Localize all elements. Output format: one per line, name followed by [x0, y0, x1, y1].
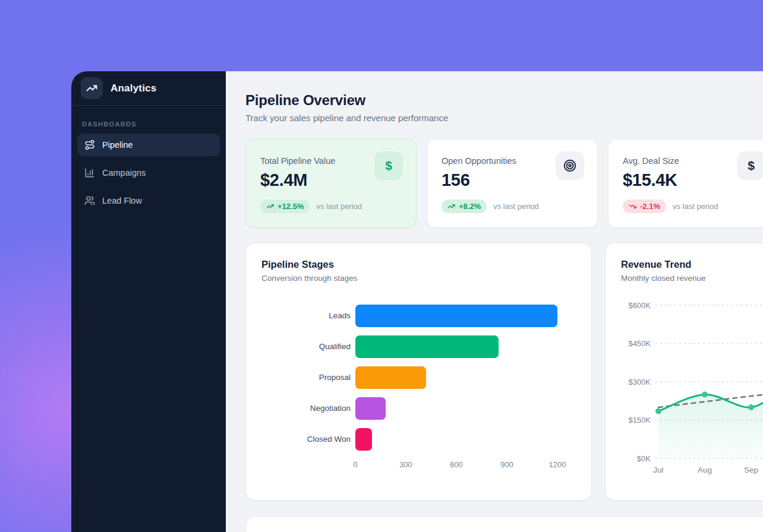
chart-subtitle: Conversion through stages: [261, 274, 576, 283]
bar: [355, 397, 386, 420]
app-logo: [81, 77, 103, 99]
chart-subtitle: Monthly closed revenue: [621, 274, 763, 283]
data-point: [702, 392, 708, 398]
kpi-card-total-pipeline-value: $ Total Pipeline Value $2.4M +12.5% vs l…: [245, 139, 417, 228]
x-axis-tick: Aug: [698, 466, 712, 474]
page-title: Pipeline Overview: [245, 92, 763, 109]
delta-value: -2.1%: [640, 202, 660, 211]
bar-row-closed-won: Closed Won: [261, 428, 576, 451]
bar-chart-x-axis: 03006009001200: [355, 460, 576, 471]
bar-chart: LeadsQualifiedProposalNegotiationClosed …: [261, 305, 576, 471]
sidebar: Analytics DASHBOARDS PipelineCampaignsLe…: [71, 71, 226, 532]
sidebar-item-label: Pipeline: [102, 140, 133, 150]
x-axis-tick: 600: [450, 460, 463, 469]
users-icon: [84, 195, 95, 206]
trending-up-icon: [266, 202, 274, 210]
kpi-card-open-opportunities: Open Opportunities 156 +8.2% vs last per…: [427, 139, 598, 228]
trending-up-icon: [86, 83, 97, 94]
x-axis-tick: 0: [353, 460, 357, 469]
trending-up-icon: [447, 202, 455, 210]
delta-badge: -2.1%: [623, 200, 666, 213]
kpi-suffix: vs last period: [316, 202, 362, 211]
x-axis-tick: Jul: [653, 466, 663, 474]
bar-row-proposal: Proposal: [261, 366, 576, 389]
data-point: [748, 404, 754, 410]
chart-title: Revenue Trend: [621, 259, 763, 270]
bar-row-qualified: Qualified: [261, 335, 576, 358]
sidebar-item-campaigns[interactable]: Campaigns: [77, 162, 220, 184]
pipeline-stages-card: Pipeline Stages Conversion through stage…: [245, 243, 592, 501]
dollar-icon: $: [737, 151, 763, 180]
route-icon: [84, 140, 95, 150]
y-axis-tick: $150K: [628, 416, 651, 425]
revenue-line-chart-svg: $600K$450K$300K$150K$0KJulAugSep: [621, 297, 763, 481]
app-title: Analytics: [111, 83, 156, 94]
main-content: Pipeline Overview Track your sales pipel…: [226, 71, 763, 532]
sidebar-item-label: Campaigns: [102, 168, 146, 178]
bottom-card: [245, 516, 763, 532]
trending-down-icon: [629, 202, 636, 210]
y-axis-tick: $300K: [628, 378, 651, 387]
revenue-trend-card: Revenue Trend Monthly closed revenue $60…: [605, 243, 763, 501]
charts-row: Pipeline Stages Conversion through stage…: [245, 243, 763, 501]
sidebar-item-label: Lead Flow: [102, 196, 142, 205]
x-axis-tick: 300: [399, 460, 412, 469]
bar: [355, 428, 372, 451]
sidebar-header: Analytics: [71, 71, 226, 106]
bar-category-label: Closed Won: [261, 435, 351, 445]
bar-chart-icon: [84, 167, 95, 178]
sidebar-item-lead-flow[interactable]: Lead Flow: [77, 189, 220, 212]
sidebar-nav: PipelineCampaignsLead Flow: [71, 134, 226, 212]
y-axis-tick: $600K: [628, 301, 651, 310]
delta-value: +8.2%: [459, 202, 481, 211]
x-axis-tick: 1200: [549, 460, 566, 469]
bar: [355, 335, 499, 358]
data-point: [655, 408, 661, 414]
sidebar-item-pipeline[interactable]: Pipeline: [77, 134, 220, 156]
x-axis-tick: Sep: [744, 466, 758, 474]
bar-category-label: Leads: [261, 311, 351, 321]
chart-title: Pipeline Stages: [261, 259, 576, 270]
delta-badge: +12.5%: [260, 200, 310, 213]
bar-category-label: Proposal: [261, 373, 351, 383]
kpi-suffix: vs last period: [493, 202, 539, 211]
y-axis-tick: $450K: [628, 339, 651, 348]
delta-badge: +8.2%: [442, 200, 487, 213]
kpi-suffix: vs last period: [673, 202, 718, 211]
x-axis-tick: 900: [500, 460, 513, 469]
app-window: Analytics DASHBOARDS PipelineCampaignsLe…: [71, 71, 763, 532]
bar-category-label: Qualified: [261, 342, 351, 352]
kpi-row: $ Total Pipeline Value $2.4M +12.5% vs l…: [245, 139, 763, 228]
page-subtitle: Track your sales pipeline and revenue pe…: [245, 113, 763, 123]
y-axis-tick: $0K: [637, 454, 651, 463]
bar: [355, 305, 557, 327]
kpi-card-avg-deal-size: $ Avg. Deal Size $15.4K -2.1% vs last pe…: [608, 139, 763, 228]
bar-category-label: Negotiation: [261, 404, 351, 414]
delta-value: +12.5%: [278, 202, 304, 211]
line-chart: $600K$450K$300K$150K$0KJulAugSep: [621, 297, 763, 483]
bar: [355, 366, 426, 389]
bar-row-negotiation: Negotiation: [261, 397, 576, 420]
sidebar-section-label: DASHBOARDS: [82, 121, 215, 128]
dollar-icon: $: [374, 151, 403, 180]
bar-row-leads: Leads: [261, 305, 576, 327]
target-icon: [556, 151, 584, 180]
